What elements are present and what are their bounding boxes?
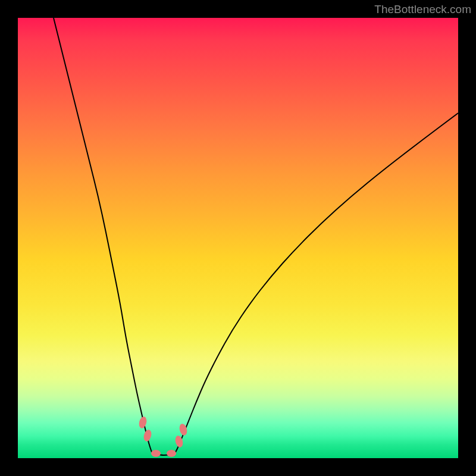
- chart-plot-area: [18, 18, 458, 458]
- curve-svg: [18, 18, 458, 458]
- curve-left-curve: [54, 18, 152, 452]
- marker-group: [138, 416, 189, 457]
- watermark: TheBottleneck.com: [374, 3, 471, 16]
- curve-group: [54, 18, 458, 455]
- marker-0: [138, 416, 148, 429]
- curve-right-curve: [176, 113, 458, 452]
- marker-3: [167, 450, 176, 457]
- marker-1: [143, 429, 153, 442]
- marker-2: [151, 450, 161, 457]
